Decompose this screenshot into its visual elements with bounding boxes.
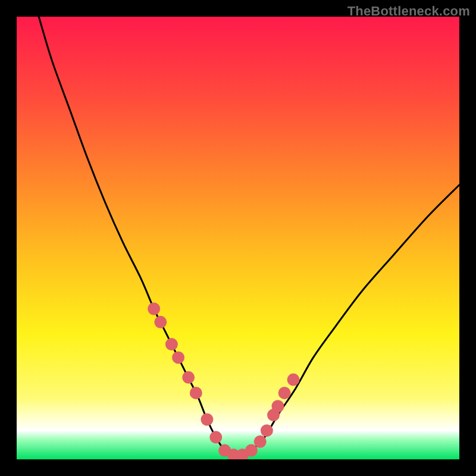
- data-marker: [201, 414, 213, 426]
- data-marker: [172, 351, 184, 364]
- data-marker: [287, 374, 300, 386]
- data-marker: [271, 400, 284, 412]
- bottleneck-chart: [17, 17, 459, 459]
- data-marker: [261, 424, 273, 437]
- gradient-background: [17, 17, 459, 459]
- data-marker: [254, 436, 267, 448]
- data-marker: [278, 387, 291, 399]
- data-marker: [245, 444, 258, 457]
- data-marker: [182, 371, 195, 384]
- attribution-label: TheBottleneck.com: [347, 4, 470, 19]
- plot-area: [17, 17, 459, 459]
- data-marker: [148, 303, 160, 315]
- data-marker: [165, 338, 178, 350]
- outer-frame: TheBottleneck.com: [0, 0, 476, 476]
- data-marker: [190, 387, 202, 399]
- data-marker: [154, 316, 167, 328]
- data-marker: [209, 431, 222, 443]
